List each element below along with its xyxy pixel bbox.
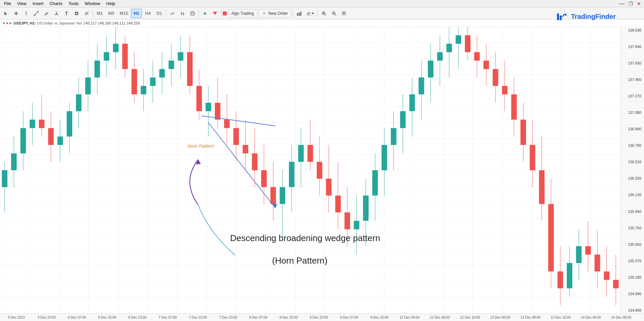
svg-rect-32 [300, 12, 301, 16]
tf-m5[interactable]: M5 [106, 9, 117, 18]
indicators-dropdown-btn[interactable] [305, 9, 316, 18]
chart-area[interactable]: 138.030 137.840 137.650 137.460 137.270 … [0, 27, 644, 314]
svg-marker-27 [203, 12, 207, 14]
tf-m1[interactable]: M1 [94, 9, 105, 18]
symbol-icon2: ■ [6, 21, 8, 25]
fibonacci-tool[interactable] [82, 9, 91, 18]
logo-text: TradingFinder [571, 13, 616, 20]
svg-rect-30 [297, 13, 298, 16]
symbol-description: US Dollar vs Japanese Yen [37, 21, 82, 25]
text-tool[interactable]: T [62, 9, 71, 18]
price-label-16: 134.990 [622, 292, 643, 296]
svg-line-39 [335, 14, 336, 15]
shapes-tool[interactable] [72, 9, 81, 18]
menu-charts[interactable]: Charts [47, 0, 65, 7]
crosshair-tool[interactable] [11, 9, 21, 18]
price-label-14: 135.370 [622, 259, 643, 263]
price-label-3: 137.460 [622, 78, 643, 82]
price-label-9: 136.320 [622, 176, 643, 180]
indicator-bars-btn[interactable] [295, 9, 304, 18]
buy-btn[interactable] [200, 9, 210, 18]
line-chart-btn[interactable] [168, 9, 177, 18]
price-label-13: 135.560 [622, 242, 643, 246]
template-btn[interactable] [188, 9, 197, 18]
price-label-2: 137.650 [622, 61, 643, 65]
separator-5 [293, 9, 293, 17]
toolbar: T M1 M5 M15 H1 H4 D1 Algo Trading ＋ New … [0, 7, 644, 19]
time-label-7: 7 Dec 23:00 [213, 316, 243, 319]
svg-line-5 [35, 12, 38, 15]
menu-window[interactable]: Window [82, 0, 103, 7]
time-label-1: 5 Dec 23:00 [32, 316, 62, 319]
symbol-values: 148.217 148.260 148.111 148.259 [83, 21, 140, 25]
zoom-in-btn[interactable] [319, 9, 329, 18]
time-label-13: 12 Dec 00:00 [394, 316, 425, 319]
time-label-3: 6 Dec 15:00 [92, 316, 122, 319]
svg-point-14 [76, 12, 78, 14]
menu-insert[interactable]: Insert [30, 0, 46, 7]
menu-file[interactable]: File [1, 0, 14, 7]
menu-tools[interactable]: Tools [66, 0, 81, 7]
vertical-line-tool[interactable] [22, 9, 31, 18]
tf-h4[interactable]: H4 [142, 9, 153, 18]
tradingfinder-logo: TradingFinder [556, 11, 616, 23]
time-label-14: 12 Dec 08:00 [425, 316, 455, 319]
algo-trading-btn[interactable]: Algo Trading [227, 9, 257, 18]
menu-view[interactable]: View [14, 0, 29, 7]
price-label-15: 135.180 [622, 275, 643, 279]
grid-btn[interactable] [339, 9, 349, 18]
price-label-5: 137.080 [622, 110, 643, 114]
tf-d1[interactable]: D1 [154, 9, 165, 18]
symbol-icon1: ■ [3, 21, 5, 25]
price-label-7: 136.700 [622, 143, 643, 147]
price-label-10: 136.130 [622, 193, 643, 197]
separator-2 [166, 9, 166, 17]
window-minimize[interactable]: — [617, 0, 626, 8]
price-label-6: 136.890 [622, 127, 643, 131]
window-restore[interactable]: ❐ [627, 0, 635, 8]
separator-4 [221, 9, 221, 17]
svg-line-35 [325, 14, 326, 15]
time-label-12: 9 Dec 15:00 [364, 316, 394, 319]
symbol-icon3: ▶ [9, 21, 12, 25]
tf-m15[interactable]: M15 [117, 9, 130, 18]
svg-line-9 [45, 13, 48, 15]
separator-1 [93, 9, 93, 17]
svg-point-7 [37, 11, 39, 12]
window-close[interactable]: ✕ [635, 0, 643, 8]
time-label-5: 7 Dec 07:00 [153, 316, 183, 319]
symbol-name: USDJPY, H1: [13, 21, 36, 25]
svg-point-6 [34, 14, 35, 16]
channel-tool[interactable] [42, 9, 51, 18]
separator-3 [199, 9, 199, 17]
price-label-4: 137.270 [622, 94, 643, 98]
algo-trading-indicator [223, 11, 227, 15]
price-label-12: 135.750 [622, 226, 643, 230]
new-order-btn[interactable]: ＋ New Order [258, 9, 292, 18]
svg-rect-31 [299, 12, 300, 16]
time-label-6: 7 Dec 15:00 [183, 316, 213, 319]
time-label-9: 8 Dec 15:00 [273, 316, 304, 319]
time-label-18: 13 Dec 16:00 [546, 316, 576, 319]
trendline-tool[interactable] [32, 9, 41, 18]
svg-marker-33 [311, 13, 314, 14]
menu-bar: File View Insert Charts Tools Window Hel… [0, 0, 644, 7]
time-label-2: 6 Dec 07:00 [62, 316, 92, 319]
time-axis: 5 Dec 2022 5 Dec 23:00 6 Dec 07:00 6 Dec… [0, 314, 644, 321]
sell-btn[interactable] [210, 9, 220, 18]
zoom-out-btn[interactable] [329, 9, 339, 18]
svg-marker-28 [213, 12, 217, 15]
svg-rect-48 [560, 15, 562, 20]
time-label-16: 13 Dec 00:00 [485, 316, 515, 319]
candlestick-chart[interactable] [0, 27, 620, 314]
tf-h1[interactable]: H1 [131, 9, 142, 18]
separator-6 [317, 9, 318, 17]
time-label-4: 6 Dec 23:00 [122, 316, 153, 319]
menu-help[interactable]: Help [103, 0, 118, 7]
pitchfork-tool[interactable] [52, 9, 61, 18]
time-label-10: 8 Dec 23:00 [304, 316, 334, 319]
svg-rect-47 [557, 13, 559, 20]
cursor-tool[interactable] [1, 9, 11, 18]
bar-chart-btn[interactable] [178, 9, 187, 18]
logo-icon [556, 11, 568, 23]
